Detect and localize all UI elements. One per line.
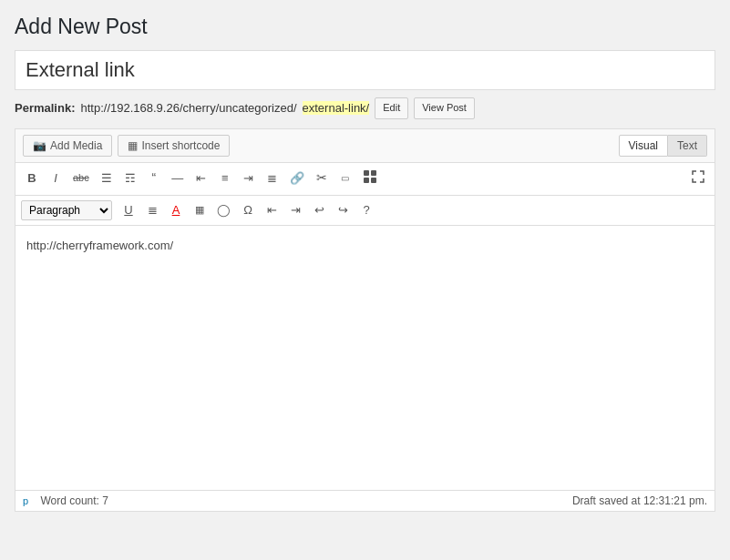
visual-tab[interactable]: Visual: [619, 135, 668, 157]
undo-button[interactable]: ↩: [308, 199, 330, 221]
permalink-base-url: http://192.168.9.26/cherry/uncategorized…: [80, 101, 296, 115]
align-center-button[interactable]: ≡: [214, 168, 236, 189]
toolbar-toggle-button[interactable]: [358, 167, 382, 191]
unlink-button[interactable]: ✂: [311, 167, 333, 190]
special-chars-button[interactable]: Ω: [237, 199, 259, 221]
numbered-list-button[interactable]: ☶: [119, 168, 141, 189]
paste-text-button[interactable]: ▦: [189, 200, 211, 219]
indent-button[interactable]: ⇥: [284, 199, 306, 221]
format-toolbar-row2: Paragraph Heading 1 Heading 2 Heading 3 …: [15, 196, 715, 226]
svg-rect-3: [371, 178, 376, 183]
svg-rect-1: [371, 170, 376, 176]
word-count-value: 7: [102, 494, 108, 507]
bullet-list-button[interactable]: ☰: [96, 168, 118, 189]
align-right-button[interactable]: ⇥: [238, 168, 260, 189]
shortcode-icon: ▦: [128, 139, 138, 152]
svg-rect-2: [364, 178, 369, 183]
add-media-icon: 📷: [33, 139, 46, 152]
editor-container: 📷 Add Media ▦ Insert shortcode Visual Te…: [15, 128, 715, 512]
align-justify-button[interactable]: ≣: [262, 168, 283, 189]
svg-rect-0: [364, 170, 369, 176]
toolbar-left: 📷 Add Media ▦ Insert shortcode: [23, 135, 230, 157]
fullscreen-button[interactable]: [687, 168, 709, 190]
view-tabs: Visual Text: [619, 135, 707, 157]
toolbar-toggle-icon: [363, 169, 377, 184]
blockquote-button[interactable]: “: [143, 167, 165, 190]
fullscreen-icon: [692, 170, 704, 183]
permalink-label: Permalink:: [15, 101, 75, 115]
add-media-label: Add Media: [50, 139, 102, 152]
text-tab[interactable]: Text: [668, 135, 707, 157]
strikethrough-button[interactable]: abc: [68, 168, 94, 188]
paragraph-select[interactable]: Paragraph Heading 1 Heading 2 Heading 3 …: [21, 200, 112, 220]
outdent-button[interactable]: ⇤: [261, 199, 283, 221]
footer-left: p Word count: 7: [23, 494, 108, 507]
underline-button[interactable]: U: [118, 199, 139, 221]
bold-button[interactable]: B: [21, 168, 43, 189]
add-media-button[interactable]: 📷 Add Media: [23, 135, 112, 157]
page-title: Add New Post: [15, 15, 715, 39]
editor-content[interactable]: http://cherryframework.com/: [15, 226, 715, 490]
view-post-button[interactable]: View Post: [414, 97, 475, 119]
p-indicator: p: [23, 495, 28, 506]
draft-saved: Draft saved at 12:31:21 pm.: [572, 494, 707, 507]
permalink-slug: external-link/: [303, 101, 370, 115]
align-left-button[interactable]: ⇤: [190, 168, 212, 189]
read-more-button[interactable]: ▭: [334, 169, 356, 188]
link-button[interactable]: 🔗: [285, 168, 309, 189]
format-toolbar-row1: B I abc ☰ ☶ “ — ⇤ ≡ ⇥ ≣ 🔗 ✂ ▭: [15, 163, 715, 196]
permalink-row: Permalink: http://192.168.9.26/cherry/un…: [15, 97, 715, 119]
post-title-input[interactable]: [15, 50, 715, 90]
insert-shortcode-label: Insert shortcode: [141, 139, 220, 152]
horizontal-rule-button[interactable]: —: [167, 168, 189, 189]
full-justify-button[interactable]: ≣: [141, 199, 163, 221]
clear-formatting-button[interactable]: ◯: [212, 199, 235, 221]
editor-toolbar-top: 📷 Add Media ▦ Insert shortcode Visual Te…: [15, 129, 715, 163]
redo-button[interactable]: ↪: [332, 199, 354, 221]
editor-footer: p Word count: 7 Draft saved at 12:31:21 …: [15, 490, 715, 511]
editor-text: http://cherryframework.com/: [26, 237, 704, 256]
permalink-edit-button[interactable]: Edit: [375, 97, 408, 119]
italic-button[interactable]: I: [45, 168, 67, 189]
help-button[interactable]: ?: [355, 199, 377, 221]
text-color-button[interactable]: A: [165, 199, 187, 221]
insert-shortcode-button[interactable]: ▦ Insert shortcode: [118, 135, 230, 157]
word-count-label: Word count:: [40, 494, 98, 507]
